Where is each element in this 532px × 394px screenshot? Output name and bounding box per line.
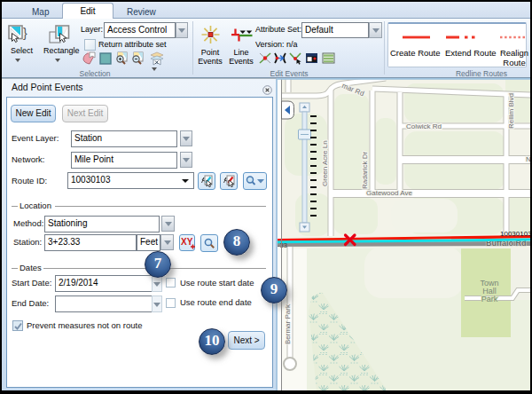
svg-text:XY: XY (181, 237, 193, 247)
svg-text:Gatewood Ave: Gatewood Ave (366, 189, 412, 197)
svg-text:Park: Park (481, 295, 498, 303)
svg-text:}: } (23, 26, 27, 40)
svg-text:Rellim Blvd: Rellim Blvd (507, 93, 515, 129)
svg-text:Green Acre Ln: Green Acre Ln (321, 140, 329, 186)
svg-text:10030103: 10030103 (500, 230, 530, 238)
svg-text:Colwick Rd: Colwick Rd (406, 122, 442, 130)
svg-text:-33: -33 (278, 241, 287, 249)
svg-text:Radarick Dr: Radarick Dr (361, 151, 369, 189)
svg-text:Bermar Park: Bermar Park (284, 303, 292, 344)
